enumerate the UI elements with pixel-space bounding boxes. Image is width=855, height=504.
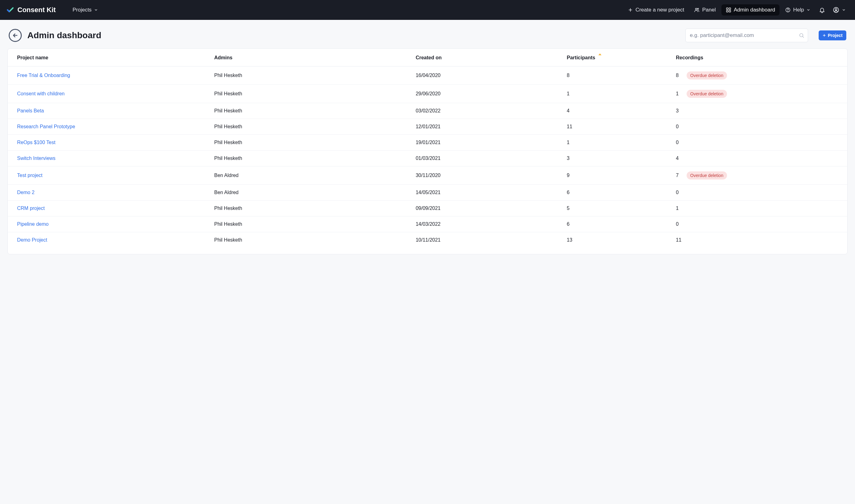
project-link[interactable]: Free Trial & Onboarding xyxy=(17,73,70,78)
nav-admin-dashboard[interactable]: Admin dashboard xyxy=(722,4,780,16)
recordings-cell: 0 xyxy=(671,185,847,201)
arrow-left-icon xyxy=(12,32,18,38)
created-cell: 01/03/2021 xyxy=(411,150,562,166)
participants-cell: 8 xyxy=(562,67,671,85)
table-row: Demo ProjectPhil Hesketh10/11/20211311 xyxy=(8,232,847,254)
col-recordings[interactable]: Recordings xyxy=(671,49,847,67)
nav-projects[interactable]: Projects xyxy=(68,4,102,16)
nav-admin-label: Admin dashboard xyxy=(734,7,775,13)
table-row: Demo 2Ben Aldred14/05/202160 xyxy=(8,185,847,201)
svg-rect-4 xyxy=(726,11,728,12)
help-icon xyxy=(785,7,791,13)
recordings-cell: 0 xyxy=(671,216,847,232)
admin-cell: Phil Hesketh xyxy=(209,85,410,103)
participants-cell: 5 xyxy=(562,201,671,216)
col-project-name[interactable]: Project name xyxy=(8,49,209,67)
back-button[interactable] xyxy=(9,29,22,42)
plus-icon xyxy=(822,34,826,37)
nav-help[interactable]: Help xyxy=(781,4,815,16)
svg-point-9 xyxy=(835,8,837,10)
participants-cell: 6 xyxy=(562,185,671,201)
chevron-down-icon xyxy=(94,8,98,12)
admin-cell: Ben Aldred xyxy=(209,166,410,185)
participants-cell: 1 xyxy=(562,135,671,150)
nav-create-project[interactable]: Create a new project xyxy=(624,4,689,16)
table-row: CRM projectPhil Hesketh09/09/202151 xyxy=(8,201,847,216)
admin-cell: Phil Hesketh xyxy=(209,232,410,254)
table-row: Research Panel PrototypePhil Hesketh12/0… xyxy=(8,119,847,135)
project-link[interactable]: Pipeline demo xyxy=(17,221,49,227)
created-cell: 03/02/2022 xyxy=(411,103,562,119)
svg-point-1 xyxy=(697,8,699,9)
plus-icon xyxy=(628,7,633,13)
grid-icon xyxy=(726,7,731,13)
project-link[interactable]: Switch Interviews xyxy=(17,156,56,161)
projects-table: Project name Admins Created on Participa… xyxy=(8,49,847,254)
created-cell: 09/09/2021 xyxy=(411,201,562,216)
brand-logo-icon xyxy=(6,6,14,14)
bell-icon xyxy=(819,7,825,13)
add-project-label: Project xyxy=(828,33,842,38)
add-project-button[interactable]: Project xyxy=(819,31,846,40)
created-cell: 19/01/2021 xyxy=(411,135,562,150)
project-link[interactable]: Consent with children xyxy=(17,91,65,96)
project-link[interactable]: Demo 2 xyxy=(17,190,35,195)
project-link[interactable]: Test project xyxy=(17,173,42,178)
recordings-cell: 0 xyxy=(671,135,847,150)
col-participants-label: Participants xyxy=(567,55,595,60)
search-wrapper xyxy=(685,29,808,42)
recordings-cell: 1Overdue deletion xyxy=(671,85,847,103)
recordings-cell: 7Overdue deletion xyxy=(671,166,847,185)
col-admins[interactable]: Admins xyxy=(209,49,410,67)
brand[interactable]: Consent Kit xyxy=(6,6,56,14)
overdue-badge: Overdue deletion xyxy=(687,71,727,79)
table-row: Test projectBen Aldred30/11/202097Overdu… xyxy=(8,166,847,185)
col-participants[interactable]: Participants xyxy=(562,49,671,67)
svg-rect-3 xyxy=(729,8,730,9)
sort-asc-icon xyxy=(599,53,602,55)
recordings-cell: 11 xyxy=(671,232,847,254)
created-cell: 30/11/2020 xyxy=(411,166,562,185)
admin-cell: Ben Aldred xyxy=(209,185,410,201)
col-created[interactable]: Created on xyxy=(411,49,562,67)
project-link[interactable]: Panels Beta xyxy=(17,108,44,113)
admin-cell: Phil Hesketh xyxy=(209,119,410,135)
admin-cell: Phil Hesketh xyxy=(209,201,410,216)
nav-help-label: Help xyxy=(793,7,804,13)
top-navbar: Consent Kit Projects Create a new projec… xyxy=(0,0,855,20)
search-icon xyxy=(799,33,804,38)
participants-cell: 4 xyxy=(562,103,671,119)
created-cell: 29/06/2020 xyxy=(411,85,562,103)
created-cell: 14/05/2021 xyxy=(411,185,562,201)
nav-notifications[interactable] xyxy=(816,4,828,16)
search-input[interactable] xyxy=(685,29,808,42)
admin-cell: Phil Hesketh xyxy=(209,103,410,119)
admin-cell: Phil Hesketh xyxy=(209,67,410,85)
admin-cell: Phil Hesketh xyxy=(209,150,410,166)
created-cell: 16/04/2020 xyxy=(411,67,562,85)
participants-cell: 1 xyxy=(562,85,671,103)
table-row: Free Trial & OnboardingPhil Hesketh16/04… xyxy=(8,67,847,85)
overdue-badge: Overdue deletion xyxy=(687,172,727,179)
created-cell: 12/01/2021 xyxy=(411,119,562,135)
nav-panel[interactable]: Panel xyxy=(690,4,720,16)
participants-cell: 3 xyxy=(562,150,671,166)
table-row: ReOps $100 TestPhil Hesketh19/01/202110 xyxy=(8,135,847,150)
svg-point-10 xyxy=(800,34,803,37)
project-link[interactable]: CRM project xyxy=(17,205,45,211)
table-row: Consent with childrenPhil Hesketh29/06/2… xyxy=(8,85,847,103)
project-link[interactable]: ReOps $100 Test xyxy=(17,140,55,145)
participants-cell: 13 xyxy=(562,232,671,254)
brand-name: Consent Kit xyxy=(17,6,56,14)
created-cell: 14/03/2022 xyxy=(411,216,562,232)
recordings-cell: 4 xyxy=(671,150,847,166)
page-title: Admin dashboard xyxy=(27,31,101,40)
admin-cell: Phil Hesketh xyxy=(209,135,410,150)
recordings-cell: 1 xyxy=(671,201,847,216)
nav-account[interactable] xyxy=(830,4,849,16)
created-cell: 10/11/2021 xyxy=(411,232,562,254)
user-circle-icon xyxy=(833,6,839,13)
project-link[interactable]: Research Panel Prototype xyxy=(17,124,75,129)
project-link[interactable]: Demo Project xyxy=(17,237,47,242)
table-row: Pipeline demoPhil Hesketh14/03/202260 xyxy=(8,216,847,232)
